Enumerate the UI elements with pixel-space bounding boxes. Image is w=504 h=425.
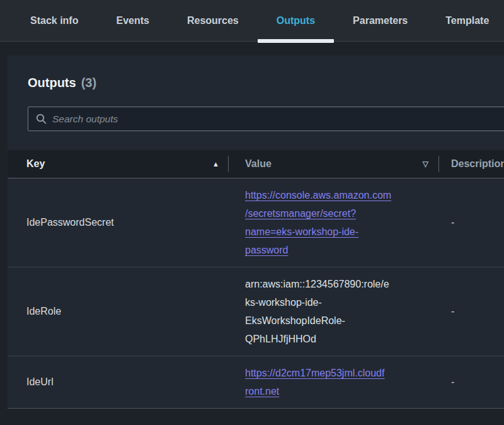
output-description: -: [439, 306, 504, 317]
search-row: [28, 107, 504, 131]
tab-stack-info[interactable]: Stack info: [11, 0, 97, 42]
column-label-key: Key: [26, 158, 45, 170]
tab-label: Template: [445, 15, 489, 26]
output-key: IdeUrl: [8, 376, 229, 388]
output-description: -: [439, 217, 504, 228]
column-header-value[interactable]: Value ▽: [229, 158, 438, 170]
table-row: IdeRole arn:aws:iam::1234567890:role/e k…: [8, 267, 504, 356]
output-value: https://d2cm17mep53jml.cloudf ront.net: [229, 364, 439, 400]
column-label-value: Value: [245, 158, 272, 170]
column-header-description[interactable]: Description: [439, 158, 504, 170]
panel-title: Outputs: [28, 74, 76, 91]
outputs-panel: Outputs (3) Key ▲ Value ▽ Description Id…: [8, 55, 504, 409]
column-label-description: Description: [451, 158, 504, 170]
tab-label: Resources: [187, 15, 239, 26]
tab-label: Events: [116, 15, 149, 26]
tab-parameters[interactable]: Parameters: [334, 0, 427, 42]
output-value: https://console.aws.amazon.com /secretsm…: [229, 186, 439, 259]
outputs-panel-header: Outputs (3): [8, 55, 504, 91]
table-row: IdeUrl https://d2cm17mep53jml.cloudf ron…: [8, 356, 504, 409]
tab-template[interactable]: Template: [427, 0, 504, 42]
sort-inactive-icon[interactable]: ▽: [423, 160, 428, 168]
search-outputs-box[interactable]: [28, 107, 504, 131]
output-value: arn:aws:iam::1234567890:role/e ks-worksh…: [229, 275, 439, 348]
table-row: IdePasswordSecret https://console.aws.am…: [8, 178, 504, 267]
tab-label: Outputs: [277, 15, 315, 26]
output-key: IdeRole: [8, 306, 229, 317]
tab-outputs[interactable]: Outputs: [258, 0, 334, 42]
output-value-text: arn:aws:iam::1234567890:role/e ks-worksh…: [245, 279, 389, 344]
column-header-key[interactable]: Key ▲: [8, 158, 228, 170]
outputs-count-badge: (3): [81, 74, 96, 91]
tab-resources[interactable]: Resources: [168, 0, 258, 42]
stack-detail-tabs: Stack info Events Resources Outputs Para…: [0, 0, 504, 42]
output-value-link[interactable]: https://d2cm17mep53jml.cloudf ront.net: [245, 368, 384, 397]
tab-events[interactable]: Events: [97, 0, 168, 42]
tab-label: Stack info: [30, 15, 78, 26]
output-value-link[interactable]: https://console.aws.amazon.com /secretsm…: [245, 190, 391, 255]
sort-ascending-icon[interactable]: ▲: [212, 160, 219, 168]
search-outputs-input[interactable]: [52, 114, 504, 125]
search-icon: [36, 114, 47, 124]
output-description: -: [439, 376, 504, 388]
output-key: IdePasswordSecret: [8, 217, 229, 228]
outputs-table-header: Key ▲ Value ▽ Description: [8, 150, 504, 178]
tab-label: Parameters: [353, 15, 408, 26]
